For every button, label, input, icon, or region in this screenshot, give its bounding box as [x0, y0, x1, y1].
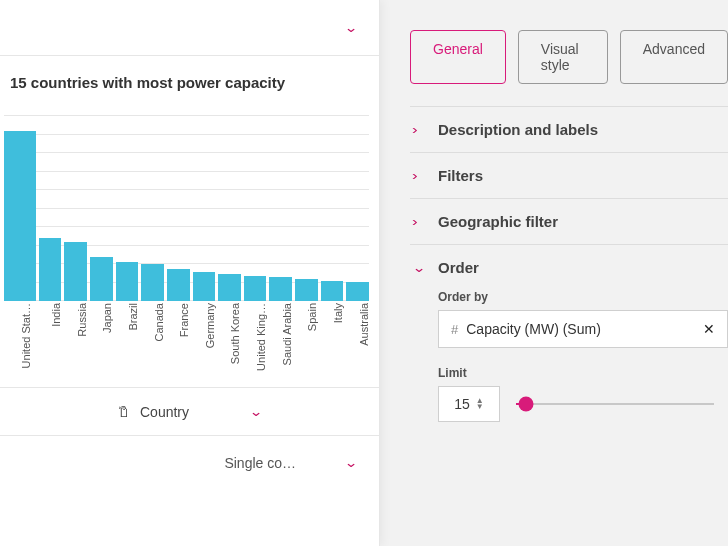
x-axis-label: Country: [140, 404, 189, 420]
settings-tabs: General Visual style Advanced: [410, 30, 728, 84]
limit-value: 15: [454, 396, 470, 412]
color-mode-selector[interactable]: Single co… ⌄: [0, 435, 379, 489]
section-order[interactable]: ⌄ Order: [414, 259, 724, 276]
bar: [295, 279, 318, 301]
slider-thumb[interactable]: [518, 397, 533, 412]
bar: [193, 272, 216, 301]
bar-label: Japan: [101, 303, 113, 333]
bar-chart: United Stat…IndiaRussiaJapanBrazilCanada…: [4, 115, 369, 325]
bar: [244, 276, 267, 302]
bar: [116, 262, 139, 301]
bar-label: Germany: [204, 303, 216, 348]
chevron-down-icon: ⌄: [344, 455, 358, 470]
bar-label: South Korea: [229, 303, 241, 364]
bar: [4, 131, 36, 301]
chevron-right-icon: ›: [412, 122, 430, 137]
bar-label: Saudi Arabia: [281, 303, 293, 365]
orderby-input[interactable]: # Capacity (MW) (Sum) ✕: [438, 310, 728, 348]
bar-label: United King…: [255, 303, 267, 371]
bar-label: France: [178, 303, 190, 337]
bar: [39, 238, 62, 301]
chevron-down-icon: ⌄: [249, 404, 263, 419]
bar: [141, 264, 164, 301]
chevron-right-icon: ›: [412, 168, 430, 183]
orderby-label: Order by: [438, 290, 724, 304]
bar: [218, 274, 241, 301]
bar-label: United Stat…: [20, 303, 32, 368]
bar-label: Russia: [76, 303, 88, 337]
limit-slider[interactable]: [516, 403, 714, 405]
tab-visual-style[interactable]: Visual style: [518, 30, 608, 84]
tab-general[interactable]: General: [410, 30, 506, 84]
chevron-right-icon: ›: [412, 214, 430, 229]
section-description-and-labels[interactable]: › Description and labels: [414, 121, 724, 138]
chevron-down-icon: ⌄: [412, 260, 430, 275]
bar: [269, 277, 292, 301]
bar-label: India: [50, 303, 62, 327]
bar-label: Spain: [306, 303, 318, 331]
tab-advanced[interactable]: Advanced: [620, 30, 728, 84]
section-filters[interactable]: › Filters: [414, 167, 724, 184]
chart-type-selector[interactable]: ⌄: [0, 0, 379, 56]
number-type-icon: #: [451, 322, 458, 337]
stepper-arrows-icon[interactable]: ▲▼: [476, 398, 484, 410]
bar-label: Canada: [153, 303, 165, 342]
clear-orderby-icon[interactable]: ✕: [703, 321, 715, 337]
color-mode-value: Single co…: [224, 455, 296, 471]
chart-title: 15 countries with most power capacity: [0, 56, 379, 101]
limit-label: Limit: [438, 366, 724, 380]
bar: [346, 282, 369, 301]
limit-stepper[interactable]: 15 ▲▼: [438, 386, 500, 422]
orderby-value: Capacity (MW) (Sum): [460, 321, 703, 337]
bar: [321, 281, 344, 301]
section-geographic-filter[interactable]: › Geographic filter: [414, 213, 724, 230]
bar: [167, 269, 190, 301]
bar-label: Australia: [358, 303, 370, 346]
bar-label: Brazil: [127, 303, 139, 331]
chevron-down-icon: ⌄: [344, 20, 358, 35]
x-axis-selector[interactable]: 🏷 Country ⌄: [0, 387, 379, 435]
tag-icon: 🏷: [116, 405, 131, 418]
bar: [90, 257, 113, 301]
bar-label: Italy: [332, 303, 344, 323]
bar: [64, 242, 87, 302]
